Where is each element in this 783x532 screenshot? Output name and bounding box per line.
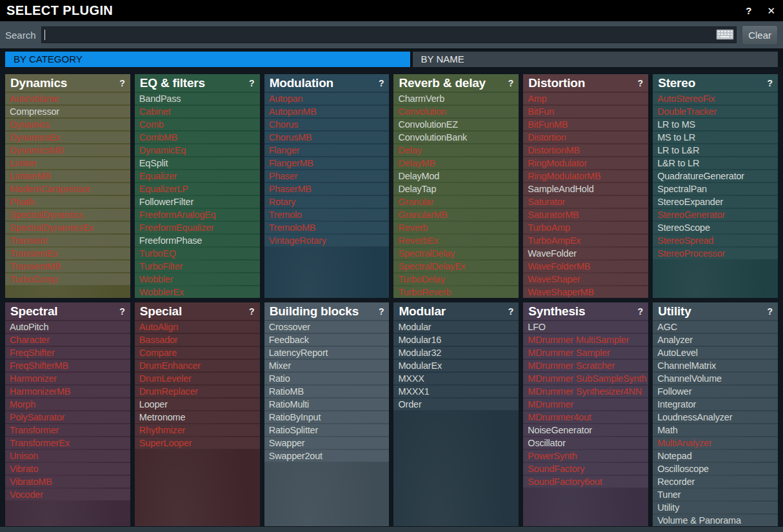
- plugin-item[interactable]: AutoVolume: [5, 93, 130, 104]
- plugin-item[interactable]: Analyzer: [653, 334, 778, 346]
- plugin-item[interactable]: Rotary: [264, 196, 390, 208]
- plugin-item[interactable]: BitFunMB: [523, 119, 648, 130]
- plugin-item[interactable]: Limiter: [5, 157, 130, 169]
- plugin-item[interactable]: Vibrato: [5, 463, 130, 475]
- plugin-item[interactable]: Recorder: [653, 476, 778, 488]
- keyboard-icon[interactable]: [716, 29, 734, 43]
- plugin-item[interactable]: SpectralDynamics: [5, 209, 130, 221]
- plugin-item[interactable]: EqSplit: [135, 157, 260, 169]
- plugin-item[interactable]: SampleAndHold: [523, 183, 648, 195]
- plugin-item[interactable]: Crossover: [264, 321, 390, 333]
- plugin-item[interactable]: LFO: [523, 321, 648, 333]
- plugin-item[interactable]: MDrummer SubSampleSynth: [523, 373, 648, 384]
- plugin-item[interactable]: DynamicsEx: [5, 132, 130, 143]
- plugin-item[interactable]: DelayMod: [393, 170, 519, 182]
- plugin-item[interactable]: Notepad: [653, 450, 778, 462]
- plugin-item[interactable]: Modular16: [393, 334, 519, 346]
- plugin-item[interactable]: Dynamics: [5, 119, 130, 130]
- plugin-item[interactable]: StereoGenerator: [653, 209, 778, 221]
- plugin-item[interactable]: DynamicEq: [135, 144, 260, 156]
- category-help-icon[interactable]: ?: [119, 306, 125, 317]
- plugin-item[interactable]: Phaser: [264, 170, 390, 182]
- plugin-item[interactable]: CombMB: [135, 132, 260, 143]
- plugin-item[interactable]: Ratio: [264, 373, 390, 384]
- plugin-item[interactable]: Oscillator: [523, 437, 648, 449]
- plugin-item[interactable]: DrumLeveler: [135, 373, 260, 384]
- help-icon[interactable]: ?: [746, 6, 751, 15]
- category-help-icon[interactable]: ?: [249, 78, 255, 88]
- plugin-item[interactable]: TurboDelay: [393, 273, 519, 285]
- plugin-item[interactable]: QuadratureGenerator: [653, 170, 778, 182]
- category-help-icon[interactable]: ?: [638, 306, 644, 317]
- plugin-item[interactable]: Character: [5, 334, 130, 346]
- plugin-item[interactable]: MDrummer MultiSampler: [523, 334, 648, 346]
- plugin-item[interactable]: Convolution: [393, 106, 519, 117]
- plugin-item[interactable]: TransientMB: [5, 261, 130, 272]
- plugin-item[interactable]: FreeformAnalogEq: [135, 209, 260, 221]
- plugin-item[interactable]: VibratoMB: [5, 476, 130, 488]
- plugin-item[interactable]: Flanger: [264, 144, 390, 156]
- plugin-item[interactable]: MS to LR: [653, 132, 778, 143]
- plugin-item[interactable]: StereoSpread: [653, 235, 778, 246]
- plugin-item[interactable]: DelayTap: [393, 183, 519, 195]
- plugin-item[interactable]: Metronome: [135, 411, 260, 423]
- plugin-item[interactable]: Equalizer: [135, 170, 260, 182]
- category-help-icon[interactable]: ?: [508, 306, 514, 317]
- plugin-item[interactable]: WaveShaperMB: [523, 286, 648, 298]
- category-help-icon[interactable]: ?: [379, 306, 384, 317]
- plugin-item[interactable]: ModernCompressor: [5, 183, 130, 195]
- plugin-item[interactable]: Tuner: [653, 489, 778, 500]
- plugin-item[interactable]: Rhythmizer: [135, 424, 260, 436]
- plugin-item[interactable]: FreqShifterMB: [5, 360, 130, 371]
- plugin-item[interactable]: AutopanMB: [264, 106, 390, 117]
- plugin-item[interactable]: RatioByInput: [264, 411, 390, 423]
- plugin-item[interactable]: Chorus: [264, 119, 390, 130]
- plugin-item[interactable]: AGC: [653, 321, 778, 333]
- plugin-item[interactable]: SuperLooper: [135, 437, 260, 449]
- plugin-item[interactable]: RatioMulti: [264, 399, 390, 410]
- plugin-item[interactable]: DynamicsMB: [5, 144, 130, 156]
- plugin-item[interactable]: PowerSynth: [523, 450, 648, 462]
- plugin-item[interactable]: WaveFolderMB: [523, 261, 648, 272]
- plugin-item[interactable]: LatencyReport: [264, 347, 390, 359]
- plugin-item[interactable]: Wobbler: [135, 273, 260, 285]
- plugin-item[interactable]: Amp: [523, 93, 648, 104]
- plugin-item[interactable]: TurboAmpEx: [523, 235, 648, 246]
- category-help-icon[interactable]: ?: [638, 78, 644, 88]
- plugin-item[interactable]: Feedback: [264, 334, 390, 346]
- plugin-item[interactable]: Morph: [5, 399, 130, 410]
- plugin-item[interactable]: Follower: [653, 386, 778, 397]
- plugin-item[interactable]: Transformer: [5, 424, 130, 436]
- plugin-item[interactable]: SpectralDelay: [393, 248, 519, 259]
- plugin-item[interactable]: GranularMB: [393, 209, 519, 221]
- plugin-item[interactable]: Oscilloscope: [653, 463, 778, 475]
- category-help-icon[interactable]: ?: [767, 78, 773, 88]
- plugin-item[interactable]: StereoExpander: [653, 196, 778, 208]
- plugin-item[interactable]: HarmonizerMB: [5, 386, 130, 397]
- plugin-item[interactable]: DrumEnhancer: [135, 360, 260, 371]
- plugin-item[interactable]: Compressor: [5, 106, 130, 117]
- plugin-item[interactable]: StereoScope: [653, 222, 778, 233]
- plugin-item[interactable]: TurboEQ: [135, 248, 260, 259]
- plugin-item[interactable]: Phatik: [5, 196, 130, 208]
- plugin-item[interactable]: PolySaturator: [5, 411, 130, 423]
- plugin-item[interactable]: Cabinet: [135, 106, 260, 117]
- plugin-item[interactable]: Mixer: [264, 360, 390, 371]
- plugin-item[interactable]: L&R to LR: [653, 157, 778, 169]
- plugin-item[interactable]: BitFun: [523, 106, 648, 117]
- plugin-item[interactable]: SpectralDelayEx: [393, 261, 519, 272]
- plugin-item[interactable]: TransformerEx: [5, 437, 130, 449]
- plugin-item[interactable]: VintageRotary: [264, 235, 390, 246]
- plugin-item[interactable]: BandPass: [135, 93, 260, 104]
- plugin-item[interactable]: Utility: [653, 502, 778, 513]
- plugin-item[interactable]: ConvolutionBank: [393, 132, 519, 143]
- plugin-item[interactable]: Modular: [393, 321, 519, 333]
- plugin-item[interactable]: WobblerEx: [135, 286, 260, 298]
- plugin-item[interactable]: MXXX: [393, 373, 519, 384]
- plugin-item[interactable]: Unison: [5, 450, 130, 462]
- plugin-item[interactable]: RingModulator: [523, 157, 648, 169]
- plugin-item[interactable]: AutoAlign: [135, 321, 260, 333]
- plugin-item[interactable]: Volume & Panorama: [653, 515, 778, 526]
- plugin-item[interactable]: TurboFilter: [135, 261, 260, 272]
- tab-by-category[interactable]: BY CATEGORY: [5, 52, 410, 67]
